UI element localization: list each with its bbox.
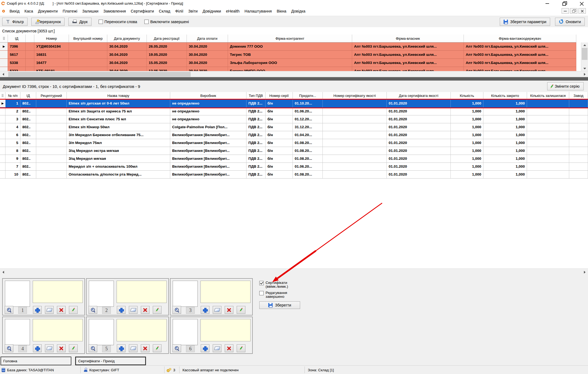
- edit-certificate-button[interactable]: [69, 306, 78, 314]
- menu-item-склад[interactable]: Склад: [156, 9, 173, 13]
- certificate-note[interactable]: [117, 319, 167, 341]
- scan-certificate-button[interactable]: [129, 306, 138, 314]
- detail-column-header[interactable]: Номер сертифікату якості: [323, 92, 387, 100]
- save-button[interactable]: Зберегти: [259, 301, 300, 309]
- detail-row[interactable]: ▶1802..Elmex з/п детская от 0-6 лет 50мл…: [0, 100, 588, 108]
- zoom-certificate-button[interactable]: [5, 344, 13, 352]
- splitter-bar[interactable]: [0, 77, 588, 81]
- certificate-note[interactable]: [200, 281, 251, 303]
- doc-row[interactable]: 56171683130.04.202019.05.202030.04.2020Т…: [0, 51, 588, 59]
- certificate-thumbnail[interactable]: [89, 281, 114, 307]
- delete-certificate-button[interactable]: [141, 344, 150, 352]
- menu-item-залишки[interactable]: Залишки: [80, 9, 101, 13]
- scan-certificate-button[interactable]: [213, 344, 221, 352]
- zoom-certificate-button[interactable]: [5, 306, 13, 314]
- detail-hscrollbar[interactable]: [0, 268, 588, 275]
- detail-row[interactable]: 4802..Elmex з/п Юниор 50млColgate-Palmol…: [0, 123, 588, 131]
- close-button[interactable]: [580, 1, 584, 5]
- vscroll-thumb[interactable]: [582, 48, 587, 60]
- doc-column-header[interactable]: Дата документу: [107, 35, 147, 42]
- menu-item-звіти[interactable]: Звіти: [186, 9, 200, 13]
- exclude-finished-checkbox[interactable]: [144, 20, 149, 24]
- zoom-certificate-button[interactable]: [89, 306, 97, 314]
- certificates-toggle-option[interactable]: Сертифікати (ввімк./вимк.): [259, 281, 300, 289]
- zoom-certificate-button[interactable]: [89, 344, 97, 352]
- add-certificate-button[interactable]: [117, 344, 126, 352]
- scan-certificate-button[interactable]: [129, 344, 138, 352]
- delete-certificate-button[interactable]: [141, 306, 150, 314]
- detail-row[interactable]: 2802..Elmex з/п Защита от кариеса 75 млн…: [0, 108, 588, 115]
- detail-row[interactable]: 6802..З/п Меридол Бережное отбеливание 7…: [0, 131, 588, 139]
- detail-column-header[interactable]: [0, 92, 5, 100]
- detail-column-header[interactable]: Назва товару: [67, 92, 170, 100]
- menu-item-сертифікати[interactable]: Сертифікати: [128, 9, 156, 13]
- detail-row[interactable]: 8802..З/щ Меридол экстра мягкаяВеликобри…: [0, 147, 588, 155]
- doc-column-header[interactable]: Дата оплати: [187, 35, 228, 42]
- menu-item-вікна[interactable]: Вікна: [274, 9, 289, 13]
- certificate-thumbnail[interactable]: [173, 319, 198, 345]
- menu-item-філії[interactable]: Філії: [173, 9, 186, 13]
- scroll-right-arrow[interactable]: [581, 269, 588, 276]
- detail-column-header[interactable]: Тип ПДВ: [246, 92, 266, 100]
- certificate-thumbnail[interactable]: [5, 319, 30, 345]
- detail-row[interactable]: 7802..Меридол з/п + ополаскиватель 100мл…: [0, 163, 588, 171]
- certificate-note[interactable]: [33, 319, 83, 341]
- add-certificate-button[interactable]: [33, 344, 42, 352]
- certificate-thumbnail[interactable]: [173, 281, 198, 307]
- scroll-left-arrow[interactable]: [0, 71, 7, 77]
- detail-column-header[interactable]: Рецептурний: [36, 92, 67, 100]
- delete-certificate-button[interactable]: [57, 306, 66, 314]
- exclude-finished-option[interactable]: Виключити завершені: [144, 20, 189, 24]
- restore-button[interactable]: [562, 1, 566, 5]
- doc-column-header[interactable]: ІД: [8, 35, 26, 42]
- detail-column-header[interactable]: Номер серії: [266, 92, 293, 100]
- scan-certificate-button[interactable]: [45, 306, 54, 314]
- detail-column-header[interactable]: Дата сертифіката якості: [387, 92, 451, 100]
- scroll-up-arrow[interactable]: [581, 42, 588, 48]
- detail-row[interactable]: 5802..З/п Меридол 75млВеликобритания [Ве…: [0, 139, 588, 147]
- doc-row[interactable]: ▶7396УТДМ030419430.04.202026.05.202030.0…: [0, 42, 588, 51]
- scroll-left-arrow[interactable]: [0, 269, 7, 276]
- menu-item-замовлення[interactable]: Замовлення: [101, 9, 128, 13]
- save-parameters-button[interactable]: Зберегти параметри: [500, 18, 550, 26]
- detail-column-header[interactable]: № п/п: [5, 92, 20, 100]
- doc-column-header[interactable]: [26, 35, 34, 42]
- detail-column-header[interactable]: Кількість залишилася: [527, 92, 569, 100]
- menu-item-налаштування[interactable]: Налаштування: [242, 9, 274, 13]
- menu-item-довідка[interactable]: Довідка: [289, 9, 308, 13]
- wrap-words-option[interactable]: Переносити слова: [99, 20, 137, 24]
- detail-column-header[interactable]: ІД: [20, 92, 36, 100]
- edit-certificate-button[interactable]: [237, 306, 245, 314]
- mdi-minimize-button[interactable]: [562, 8, 569, 14]
- detail-row[interactable]: 9802..З/щ Меридол мягкаяВеликобритания […: [0, 155, 588, 163]
- add-certificate-button[interactable]: [33, 306, 42, 314]
- scroll-down-arrow[interactable]: [581, 66, 588, 71]
- add-certificate-button[interactable]: [201, 344, 209, 352]
- doc-column-header[interactable]: Дата реєстрації: [147, 35, 187, 42]
- mdi-restore-button[interactable]: [570, 8, 577, 14]
- certificate-note[interactable]: [33, 281, 83, 303]
- hscroll-thumb[interactable]: [8, 72, 191, 77]
- scroll-right-arrow[interactable]: [581, 71, 588, 77]
- edit-certificate-button[interactable]: [69, 344, 78, 352]
- doc-column-header[interactable]: Фірма-контрагент: [228, 35, 352, 42]
- menu-item-довідники[interactable]: Довідники: [200, 9, 224, 13]
- detail-row[interactable]: 3802..Elmex з/п Сенситив плюс 75 млне оп…: [0, 115, 588, 123]
- doc-column-header[interactable]: Фірма-власник: [352, 35, 464, 42]
- change-series-button[interactable]: Змінити серію: [547, 82, 584, 90]
- edit-certificate-button[interactable]: [153, 344, 162, 352]
- doc-column-header[interactable]: [0, 35, 8, 42]
- tab-main[interactable]: Головна: [1, 357, 71, 365]
- doc-row[interactable]: 5222КТБ-0818130.04.202013.05.202030.04.2…: [0, 67, 588, 71]
- scan-certificate-button[interactable]: [213, 306, 221, 314]
- menu-item-ehealth[interactable]: eHealth: [224, 9, 242, 13]
- certificate-note[interactable]: [200, 319, 251, 341]
- minimize-button[interactable]: [545, 1, 549, 5]
- edit-certificate-button[interactable]: [153, 306, 162, 314]
- detail-column-header[interactable]: Кількість закрито: [483, 92, 527, 100]
- mdi-close-button[interactable]: [578, 8, 586, 14]
- delete-certificate-button[interactable]: [57, 344, 66, 352]
- doc-row[interactable]: 53381647730.04.202015.05.202030.04.2020Э…: [0, 59, 588, 67]
- zoom-certificate-button[interactable]: [172, 344, 181, 352]
- zoom-certificate-button[interactable]: [172, 306, 181, 314]
